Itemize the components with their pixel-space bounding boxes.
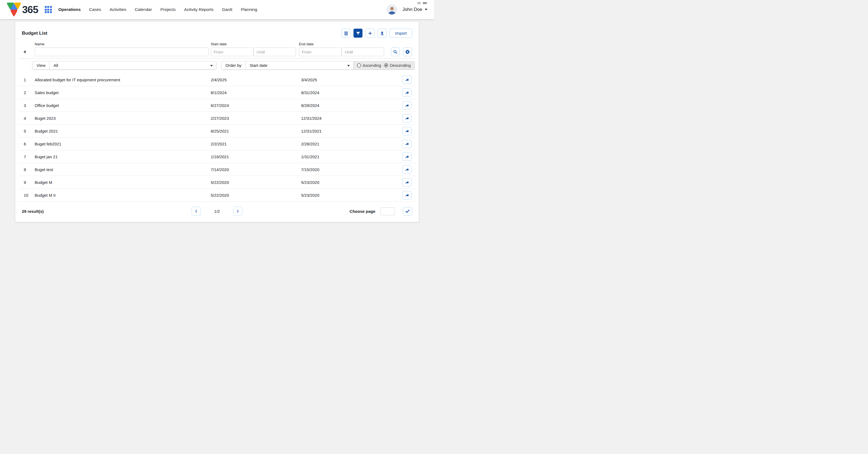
results-count: 29 result(s) bbox=[22, 209, 44, 214]
descending-radio[interactable]: Descending bbox=[384, 63, 411, 68]
app-logo[interactable]: 365 bbox=[6, 2, 38, 17]
row-actions bbox=[399, 140, 415, 148]
view-select[interactable]: All bbox=[50, 61, 216, 70]
chevron-right-icon bbox=[236, 209, 240, 213]
row-start-date: 2/27/2023 bbox=[211, 116, 301, 121]
table-row: 6Buget feb20212/2/20212/28/2021 bbox=[19, 137, 415, 150]
nav-item-operations[interactable]: Operations bbox=[58, 7, 81, 12]
descending-label: Descending bbox=[390, 63, 411, 68]
row-number: 10 bbox=[19, 193, 35, 198]
radio-icon bbox=[384, 63, 388, 67]
previous-page-button[interactable] bbox=[192, 207, 201, 216]
filter-row: # Name Start date End date bbox=[19, 42, 415, 56]
add-icon bbox=[368, 31, 373, 36]
row-actions bbox=[399, 127, 415, 135]
row-start-date: 5/22/2020 bbox=[211, 180, 301, 185]
view-order-row: View All Order by Start date Ascending bbox=[19, 61, 415, 70]
main-nav: OperationsCasesActivitiesCalendarProject… bbox=[58, 7, 257, 12]
share-row-button[interactable] bbox=[402, 191, 412, 199]
go-to-page-button[interactable] bbox=[403, 207, 412, 216]
end-date-until-input[interactable] bbox=[342, 47, 384, 56]
share-row-button[interactable] bbox=[402, 101, 412, 110]
share-icon bbox=[405, 103, 409, 108]
choose-page-input[interactable] bbox=[380, 207, 395, 215]
share-row-button[interactable] bbox=[402, 114, 412, 123]
page-indicator: 1/2 bbox=[213, 209, 221, 214]
order-by-select[interactable]: Start date bbox=[246, 61, 353, 70]
row-start-date: 8/25/2021 bbox=[211, 129, 301, 133]
toolbar: Import bbox=[341, 29, 412, 38]
row-end-date: 5/23/2020 bbox=[301, 180, 399, 185]
row-name: Budget M bbox=[35, 180, 211, 185]
share-row-button[interactable] bbox=[402, 165, 412, 174]
next-page-button[interactable] bbox=[233, 207, 242, 216]
language-en[interactable]: en bbox=[423, 1, 427, 5]
nav-item-activities[interactable]: Activities bbox=[110, 7, 126, 12]
download-button[interactable] bbox=[377, 29, 386, 38]
row-end-date: 5/23/2020 bbox=[301, 193, 399, 198]
menu-button[interactable] bbox=[341, 29, 350, 38]
share-row-button[interactable] bbox=[402, 140, 412, 148]
row-actions bbox=[399, 75, 415, 84]
row-start-date: 1/18/2021 bbox=[211, 155, 301, 159]
page: 365 OperationsCasesActivitiesCalendarPro… bbox=[0, 0, 434, 227]
share-row-button[interactable] bbox=[402, 75, 412, 84]
row-name: Budget M II bbox=[35, 193, 211, 198]
reset-filters-button[interactable] bbox=[403, 47, 412, 56]
ascending-label: Ascending bbox=[363, 63, 381, 68]
row-actions bbox=[399, 165, 415, 174]
nav-item-projects[interactable]: Projects bbox=[160, 7, 176, 12]
table-row: 1Allocated budget for IT equipment procu… bbox=[19, 73, 415, 86]
filter-divider bbox=[19, 58, 415, 59]
end-date-from-input[interactable] bbox=[299, 47, 341, 56]
share-row-button[interactable] bbox=[402, 178, 412, 187]
row-start-date: 2/2/2021 bbox=[211, 141, 301, 146]
share-row-button[interactable] bbox=[402, 153, 412, 161]
import-button[interactable]: Import bbox=[390, 29, 412, 38]
apps-grid-icon[interactable] bbox=[45, 6, 52, 13]
share-icon bbox=[405, 155, 409, 159]
user-menu[interactable]: John Doe bbox=[387, 5, 428, 15]
row-end-date: 8/31/2024 bbox=[301, 90, 399, 95]
ascending-radio[interactable]: Ascending bbox=[357, 63, 381, 68]
card-footer: 29 result(s) 1/2 Choose page bbox=[19, 206, 415, 216]
end-date-filter-label: End date bbox=[299, 42, 384, 46]
nav-item-cases[interactable]: Cases bbox=[89, 7, 101, 12]
filter-button[interactable] bbox=[353, 29, 363, 38]
filter-icon bbox=[356, 31, 361, 36]
row-name: Buget test bbox=[35, 167, 211, 172]
table-row: 2Sales budget8/1/20248/31/2024 bbox=[19, 86, 415, 99]
page-title: Budget List bbox=[22, 31, 48, 36]
name-filter-input[interactable] bbox=[35, 47, 209, 56]
start-date-from-input[interactable] bbox=[211, 47, 253, 56]
nav-item-gantt[interactable]: Gantt bbox=[222, 7, 232, 12]
row-end-date: 7/15/2020 bbox=[301, 167, 399, 172]
top-header: 365 OperationsCasesActivitiesCalendarPro… bbox=[0, 0, 434, 20]
row-number: 5 bbox=[19, 129, 35, 133]
row-end-date: 8/28/2024 bbox=[301, 103, 399, 108]
search-button[interactable] bbox=[391, 47, 400, 56]
hash-column-header: # bbox=[19, 47, 35, 56]
start-date-until-input[interactable] bbox=[254, 47, 296, 56]
user-avatar bbox=[387, 5, 397, 15]
nav-item-activity-reports[interactable]: Activity Reports bbox=[184, 7, 214, 12]
row-number: 4 bbox=[19, 116, 35, 121]
language-ro[interactable]: ro bbox=[417, 1, 420, 5]
row-start-date: 7/14/2020 bbox=[211, 167, 301, 172]
share-row-button[interactable] bbox=[402, 127, 412, 135]
nav-item-calendar[interactable]: Calendar bbox=[135, 7, 152, 12]
row-name: Buget feb2021 bbox=[35, 141, 211, 146]
logo-icon bbox=[6, 2, 21, 17]
budget-list-card: Budget List bbox=[15, 22, 419, 222]
search-icon bbox=[393, 50, 398, 54]
row-name: Buget 2023 bbox=[35, 116, 211, 121]
add-button[interactable] bbox=[366, 29, 374, 38]
row-name: Allocated budget for IT equipment procur… bbox=[35, 77, 211, 82]
row-end-date: 1/31/2021 bbox=[301, 155, 399, 159]
share-icon bbox=[405, 116, 409, 121]
order-by-select-value: Start date bbox=[250, 63, 268, 68]
row-actions bbox=[399, 178, 415, 187]
share-row-button[interactable] bbox=[402, 88, 412, 97]
row-number: 2 bbox=[19, 90, 35, 95]
nav-item-planning[interactable]: Planning bbox=[241, 7, 257, 12]
